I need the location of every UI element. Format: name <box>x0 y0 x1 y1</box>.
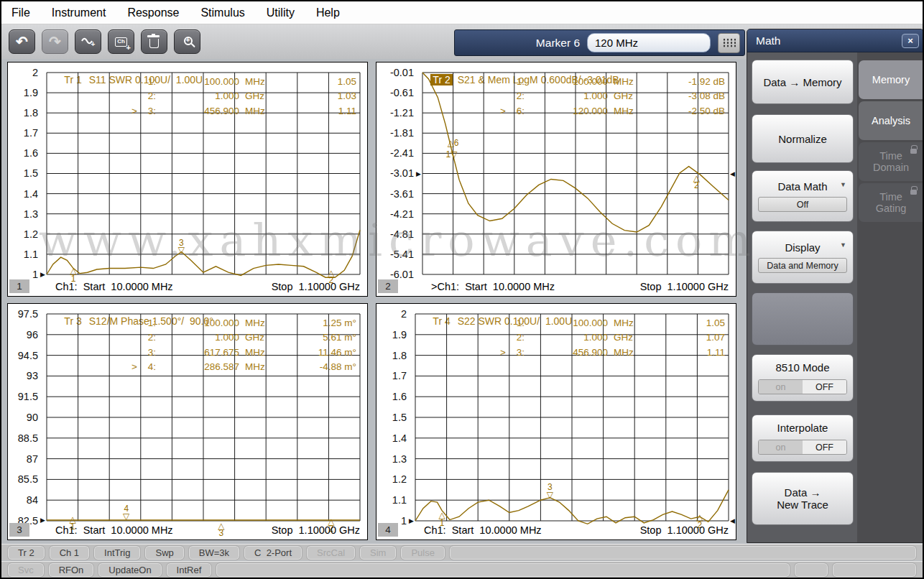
plot1-grid[interactable]: △13▽△2▶ 1:100.000MHz1.052:1.000GHz1.03>3… <box>47 73 360 274</box>
interpolate-button[interactable]: Interpolate on OFF <box>752 414 854 462</box>
dropdown-arrow-icon: ▼ <box>840 181 846 188</box>
math-tab[interactable]: Time Domain <box>859 142 923 181</box>
math-tab[interactable]: Memory <box>859 60 923 99</box>
plot2-stimulus-stop: Stop 1.10000 GHz <box>640 281 729 292</box>
status-segment[interactable]: Tr 2 <box>8 546 45 560</box>
lock-icon <box>910 149 917 154</box>
plot-tr2[interactable]: Tr 2S21 & Mem LogM 0.600dB/ -3.01dB -0.0… <box>376 62 736 297</box>
status-segment[interactable]: Svc <box>8 563 44 577</box>
undo-button[interactable]: ↶ <box>9 29 35 54</box>
display-dropdown[interactable]: Display ▼ Data and Memory <box>752 231 854 284</box>
plot4-grid[interactable]: △13▽△2▶◀ 1:100.000MHz1.052:1.000GHz1.07>… <box>415 314 729 521</box>
svg-text:+: + <box>91 40 95 47</box>
marker-frequency-input[interactable] <box>587 33 711 52</box>
plot4-marker-readout: 1:100.000MHz1.052:1.000GHz1.07>3:456.900… <box>496 315 727 360</box>
plot3-stimulus-stop: Stop 1.10000 GHz <box>272 524 360 536</box>
status-segment[interactable]: Ch 1 <box>50 546 89 560</box>
status-segment[interactable]: C 2-Port <box>244 546 302 560</box>
keypad-button[interactable] <box>718 33 740 53</box>
data-to-new-trace-button[interactable]: Data → New Trace <box>752 472 854 525</box>
status-segment[interactable]: Swp <box>145 546 183 560</box>
display-value[interactable]: Data and Memory <box>758 258 847 273</box>
menu-item[interactable]: Help <box>316 6 340 19</box>
add-channel-button[interactable]: Ch <box>108 29 134 54</box>
math-panel: Math × Data → Memory Normalize Data Math… <box>747 29 924 543</box>
plot4-channel-box[interactable]: 4 <box>378 523 398 537</box>
math-panel-title: Math <box>756 34 780 47</box>
plot2-marker-readout: 1:100.000MHz-1.92 dB2:1.000GHz-3.08 dB>6… <box>496 74 727 119</box>
menu-item[interactable]: Utility <box>267 6 295 19</box>
data-math-dropdown[interactable]: Data Math ▼ Off <box>752 170 854 222</box>
blank-button <box>752 292 854 346</box>
menu-item[interactable]: Response <box>127 6 179 19</box>
data-math-value[interactable]: Off <box>758 197 847 212</box>
add-channel-icon: Ch <box>115 37 127 47</box>
plot1-footer: Ch1: Start 10.0000 MHz Stop 1.10000 GHz <box>47 279 360 294</box>
plot1-stimulus-stop: Stop 1.10000 GHz <box>272 281 360 292</box>
toggle-off-label[interactable]: OFF <box>803 380 846 394</box>
plot3-grid[interactable]: △14▽△3△2▶ 1:100.000MHz1.25 m°2:1.000GHz5… <box>47 314 360 521</box>
plot-tr3[interactable]: Tr 3S12/M Phase 1.500°/ 90.0° 97.59694.5… <box>7 303 368 540</box>
status-segment[interactable]: IntRef <box>167 563 212 577</box>
status-segment[interactable]: Sim <box>360 546 396 560</box>
data-to-memory-label: Data → Memory <box>763 76 841 88</box>
zoom-icon <box>184 37 193 45</box>
zoom-button[interactable] <box>174 29 200 54</box>
undo-icon: ↶ <box>16 33 28 50</box>
close-icon: × <box>907 35 913 46</box>
toggle-off-label[interactable]: OFF <box>803 440 846 454</box>
plot1-channel-box[interactable]: 1 <box>9 279 29 293</box>
menu-item[interactable]: Stimulus <box>200 6 244 19</box>
status-segment[interactable]: IntTrig <box>94 546 140 560</box>
math-tab[interactable]: Time Gating <box>859 183 923 222</box>
interpolate-label: Interpolate <box>777 422 828 434</box>
dropdown-arrow-icon: ▼ <box>840 241 846 249</box>
close-button[interactable]: × <box>902 34 919 48</box>
mode-8510-button[interactable]: 8510 Mode on OFF <box>752 354 854 402</box>
plot2-channel-box[interactable]: 2 <box>378 279 398 293</box>
marker-entry-bar: Marker 6 <box>454 29 745 56</box>
delete-button[interactable] <box>141 29 167 54</box>
menu-item[interactable]: File <box>11 6 30 19</box>
math-panel-titlebar: Math × <box>747 29 923 52</box>
plot4-y-axis-labels: 21.91.81.71.61.51.41.31.21.11 <box>376 308 412 527</box>
status-bar-row1: Tr 2Ch 1IntTrigSwpBW=3kC 2-PortSrcCalSim… <box>1 544 923 560</box>
normalize-button[interactable]: Normalize <box>752 114 854 163</box>
toggle-on-label[interactable]: on <box>759 380 803 394</box>
status-segment[interactable] <box>450 546 916 560</box>
plot2-y-axis-labels: -0.01-0.61-1.21-1.81-2.41-3.01-3.61-4.21… <box>376 67 420 280</box>
plot-tr4[interactable]: Tr 4S22 SWR 0.100U/ 1.00U 21.91.81.71.61… <box>376 303 736 540</box>
interpolate-toggle[interactable]: on OFF <box>758 440 847 455</box>
mode-8510-toggle[interactable]: on OFF <box>758 379 847 394</box>
plot4-stimulus-stop: Stop 1.10000 GHz <box>640 524 729 536</box>
status-segment[interactable]: UpdateOn <box>98 563 161 577</box>
mode-8510-label: 8510 Mode <box>775 361 829 374</box>
plot2-stimulus-start: >Ch1: Start 10.0000 MHz <box>422 281 555 292</box>
trash-icon <box>149 39 159 48</box>
redo-button[interactable]: ↷ <box>42 29 68 54</box>
status-segment[interactable] <box>795 563 828 577</box>
math-tab[interactable]: Analysis <box>859 101 923 140</box>
add-trace-button[interactable]: + <box>75 29 101 54</box>
math-button-column: Data → Memory Normalize Data Math ▼ Off … <box>747 52 857 542</box>
data-to-memory-button[interactable]: Data → Memory <box>752 60 854 104</box>
plot2-footer: >Ch1: Start 10.0000 MHz Stop 1.10000 GHz <box>422 279 729 294</box>
plot3-channel-box[interactable]: 3 <box>9 523 29 537</box>
status-segment[interactable]: BW=3k <box>189 546 239 560</box>
status-segment[interactable] <box>833 563 916 577</box>
toggle-on-label[interactable]: on <box>759 440 803 454</box>
status-segment[interactable]: RFOn <box>49 563 94 577</box>
new-trace-label-line2: New Trace <box>777 499 828 511</box>
math-tab-strip: Memory Analysis Time Domain Time <box>857 52 923 542</box>
status-segment[interactable]: SrcCal <box>307 546 355 560</box>
plot1-y-axis-labels: 21.91.81.71.61.51.41.31.21.11 <box>8 67 44 280</box>
plot4-footer: Ch1: Start 10.0000 MHz Stop 1.10000 GHz <box>415 522 729 537</box>
plot3-y-axis-labels: 97.59694.59391.59088.58785.58482.5 <box>8 308 44 527</box>
status-segment[interactable] <box>216 563 790 577</box>
menu-item[interactable]: Instrument <box>52 6 106 19</box>
status-segment[interactable]: Pulse <box>401 546 445 560</box>
plot2-grid[interactable]: △61▽△2▶◀ 1:100.000MHz-1.92 dB2:1.000GHz-… <box>422 73 729 274</box>
plot-tr1[interactable]: Tr 1S11 SWR 0.100U/ 1.00U 21.91.81.71.61… <box>7 62 368 297</box>
status-bar-row2: SvcRFOnUpdateOnIntRef <box>1 561 923 578</box>
plot1-stimulus-start: Ch1: Start 10.0000 MHz <box>47 281 173 292</box>
